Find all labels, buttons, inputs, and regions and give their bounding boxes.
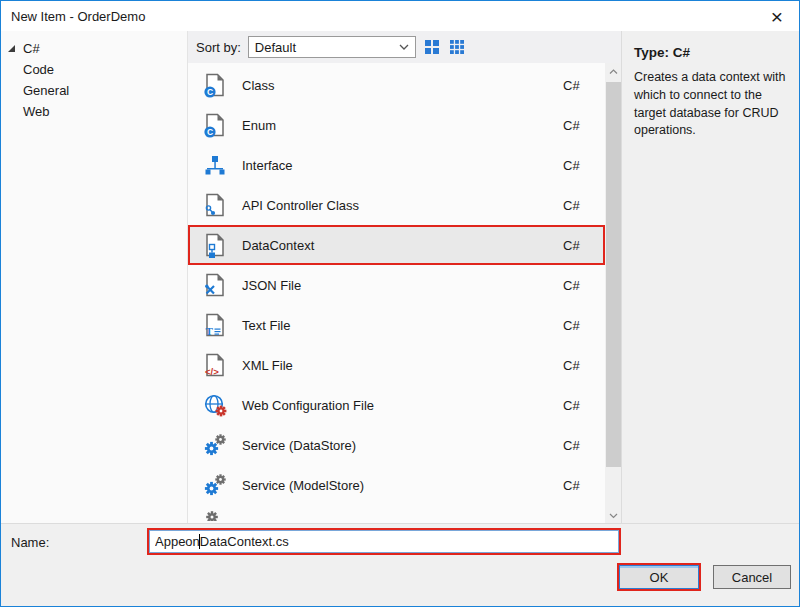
ok-button-annotation: OK [617,563,701,591]
text-file-icon: T [202,312,228,338]
new-item-dialog: New Item - OrderDemo × C# Code General W… [0,0,800,607]
text-caret [199,534,200,549]
small-icons-view-icon[interactable] [448,38,466,56]
partial-gear-icon [202,505,228,521]
template-language: C# [563,158,591,173]
template-language: C# [563,198,591,213]
title-bar: New Item - OrderDemo × [1,1,799,31]
template-list-item[interactable]: C Class C# [188,65,605,105]
template-list-item[interactable]: API Controller Class C# [188,185,605,225]
sort-toolbar: Sort by: Default [188,31,622,63]
template-list-item[interactable]: Service (DataStore) C# [188,425,605,465]
template-language: C# [563,118,591,133]
service-gears-icon [202,472,228,498]
service-gears-icon [202,432,228,458]
template-language: C# [563,398,591,413]
template-list-panel: Sort by: Default [187,31,622,524]
svg-text:C: C [207,87,213,97]
api-controller-class-icon [202,192,228,218]
category-sidebar: C# Code General Web [1,31,187,524]
scrollbar-thumb[interactable] [606,82,621,467]
type-heading: Type: C# [634,45,787,60]
details-panel: Type: C# Creates a data context with whi… [621,31,799,524]
sort-by-value: Default [255,40,296,55]
chevron-down-icon [399,44,409,50]
dialog-title: New Item - OrderDemo [1,9,145,24]
list-scrollbar[interactable] [605,63,622,524]
svg-text:C: C [207,127,213,137]
sidebar-item-web[interactable]: Web [1,101,187,122]
template-language: C# [563,78,591,93]
category-tree: C# Code General Web [1,31,187,122]
type-description: Creates a data context with which to con… [634,69,787,140]
sort-by-label: Sort by: [196,40,241,55]
footer: Name: OK Cancel [1,523,799,606]
tree-expanded-icon [8,45,15,52]
class-file-icon: C [202,72,228,98]
template-label: Service (DataStore) [242,438,563,453]
template-label: Text File [242,318,563,333]
json-file-icon [202,272,228,298]
sidebar-item-label: C# [23,41,40,56]
xml-file-icon: </> [202,352,228,378]
sidebar-item-general[interactable]: General [1,80,187,101]
template-label: Class [242,78,563,93]
ok-button[interactable]: OK [619,565,699,589]
sort-by-dropdown[interactable]: Default [248,36,416,58]
template-language: C# [563,478,591,493]
template-list-item[interactable]: C Enum C# [188,105,605,145]
svg-text:T: T [206,325,214,337]
web-configuration-file-icon [202,392,228,418]
medium-icons-view-icon[interactable] [423,38,441,56]
datacontext-icon [202,232,228,258]
template-language: C# [563,318,591,333]
template-list-item[interactable]: Interface C# [188,145,605,185]
enum-file-icon: C [202,112,228,138]
template-list-item[interactable]: </> XML File C# [188,345,605,385]
scroll-down-icon[interactable] [605,507,622,524]
template-list-item[interactable]: DataContext C# [188,225,605,265]
sidebar-item-label: Code [23,62,54,77]
template-label: API Controller Class [242,198,563,213]
svg-text:</>: </> [205,366,219,377]
sidebar-item-code[interactable]: Code [1,59,187,80]
template-list-item[interactable]: T Text File C# [188,305,605,345]
template-label: Web Configuration File [242,398,563,413]
template-label: Interface [242,158,563,173]
template-language: C# [563,358,591,373]
template-label: DataContext [242,238,563,253]
template-list-item[interactable]: JSON File C# [188,265,605,305]
close-icon[interactable]: × [755,1,799,31]
template-list-item[interactable] [188,505,605,521]
template-language: C# [563,278,591,293]
cancel-button[interactable]: Cancel [713,565,791,589]
sidebar-item-label: Web [23,104,50,119]
name-input[interactable] [149,530,619,553]
template-list: C Class C# C Enum C# Interface C# API Co… [188,63,622,524]
scroll-up-icon[interactable] [605,63,622,80]
template-language: C# [563,438,591,453]
template-list-item[interactable]: Service (ModelStore) C# [188,465,605,505]
name-label: Name: [11,535,49,550]
template-language: C# [563,238,591,253]
template-label: JSON File [242,278,563,293]
template-list-item[interactable]: Web Configuration File C# [188,385,605,425]
template-label: Enum [242,118,563,133]
template-label: XML File [242,358,563,373]
sidebar-item-label: General [23,83,69,98]
template-label: Service (ModelStore) [242,478,563,493]
name-field-annotation [147,528,621,555]
sidebar-item-c[interactable]: C# [1,38,187,59]
interface-icon [202,152,228,178]
